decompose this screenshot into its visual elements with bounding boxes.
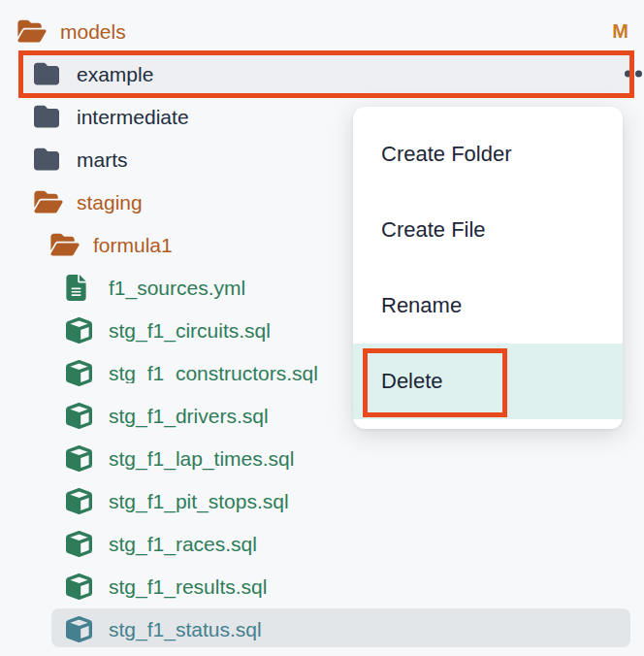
tree-item-label: f1_sources.yml: [109, 277, 245, 298]
model-cube-icon: [66, 360, 92, 386]
ellipsis-menu-icon[interactable]: [625, 65, 644, 83]
file-explorer-panel: models M example intermediate marts stag…: [0, 0, 644, 656]
tree-item-stg-f1-results-sql[interactable]: stg_f1_results.sql A: [0, 567, 644, 606]
model-cube-icon: [66, 574, 92, 600]
tree-item-label: example: [77, 63, 153, 84]
model-cube-icon: [66, 403, 92, 429]
folder-icon: [34, 61, 59, 86]
file-lines-icon: [66, 275, 86, 301]
menu-item-create-file[interactable]: Create File: [353, 192, 623, 268]
menu-item-label: Create Folder: [381, 142, 512, 167]
tree-item-label: stg_f1_constructors.sql: [109, 362, 318, 383]
tree-item-label: stg_f1_results.sql: [109, 575, 267, 597]
context-menu: Create Folder Create File Rename Delete: [353, 107, 623, 429]
menu-item-label: Rename: [381, 293, 462, 318]
model-cube-icon: [66, 317, 92, 344]
menu-item-create-folder[interactable]: Create Folder: [353, 116, 623, 192]
tree-item-label: stg_f1_status.sql: [109, 618, 262, 640]
folder-icon: [34, 104, 59, 129]
folder-open-icon: [50, 232, 80, 257]
folder-open-icon: [17, 18, 47, 44]
tree-item-label: marts: [77, 148, 128, 170]
tree-item-models[interactable]: models M: [0, 12, 644, 50]
tree-item-stg-f1-status-sql[interactable]: stg_f1_status.sql A: [0, 609, 644, 648]
model-cube-icon: [66, 616, 92, 642]
folder-open-icon: [34, 189, 63, 214]
menu-item-delete[interactable]: Delete: [353, 344, 623, 419]
tree-item-label: staging: [77, 191, 143, 213]
tree-item-label: models: [60, 20, 126, 42]
model-cube-icon: [66, 488, 92, 514]
tree-item-stg-f1-pit-stops-sql[interactable]: stg_f1_pit_stops.sql A: [0, 481, 644, 520]
tree-item-label: intermediate: [77, 106, 189, 127]
tree-item-example[interactable]: example: [0, 54, 644, 93]
menu-item-rename[interactable]: Rename: [353, 268, 623, 344]
model-cube-icon: [66, 531, 92, 557]
tree-item-label: stg_f1_circuits.sql: [109, 319, 271, 341]
tree-item-label: formula1: [93, 234, 173, 255]
model-cube-icon: [66, 445, 92, 472]
menu-item-label: Delete: [381, 369, 443, 394]
tree-item-label: stg_f1_races.sql: [109, 533, 257, 554]
tree-item-label: stg_f1_lap_times.sql: [109, 447, 294, 469]
menu-item-label: Create File: [381, 217, 486, 243]
tree-item-label: stg_f1_drivers.sql: [109, 405, 269, 426]
tree-item-stg-f1-races-sql[interactable]: stg_f1_races.sql A: [0, 524, 644, 563]
tree-item-stg-f1-lap-times-sql[interactable]: stg_f1_lap_times.sql A: [0, 439, 644, 477]
tree-item-label: stg_f1_pit_stops.sql: [109, 490, 289, 511]
status-badge-m: M: [612, 21, 628, 41]
folder-icon: [34, 147, 59, 172]
